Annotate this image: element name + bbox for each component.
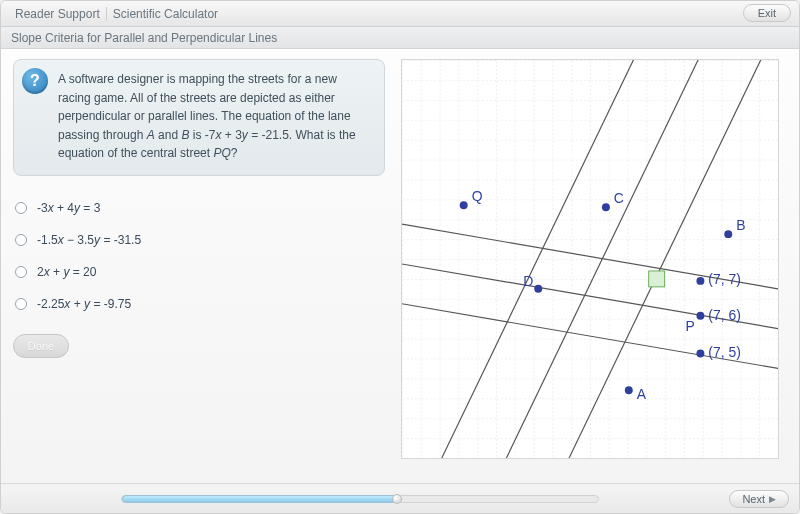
- scrollbar-thumb[interactable]: [122, 495, 398, 503]
- question-box: ? A software designer is mapping the str…: [13, 59, 385, 176]
- content-area: ? A software designer is mapping the str…: [1, 49, 799, 483]
- option-4[interactable]: -2.25x + y = -9.75: [13, 288, 385, 320]
- point-label-Q: Q: [472, 188, 483, 204]
- progress-scrollbar[interactable]: [121, 495, 599, 503]
- point-label-B: B: [736, 217, 745, 233]
- point-label-D: D: [523, 273, 533, 289]
- option-label: 2x + y = 20: [37, 265, 96, 279]
- var-PQ: PQ: [213, 146, 230, 160]
- titlebar: Reader Support Scientific Calculator Exi…: [1, 1, 799, 27]
- coord-7-5: (7, 5): [708, 344, 740, 360]
- chevron-right-icon: ▶: [769, 494, 776, 504]
- done-button[interactable]: Done: [13, 334, 69, 358]
- option-label: -1.5x − 3.5y = -31.5: [37, 233, 141, 247]
- svg-point-11: [534, 285, 542, 293]
- options-list: -3x + 4y = 3 -1.5x − 3.5y = -31.5 2x + y…: [13, 192, 385, 320]
- question-text: is -7: [189, 128, 215, 142]
- next-button[interactable]: Next ▶: [729, 490, 789, 508]
- svg-point-8: [460, 201, 468, 209]
- svg-point-14: [696, 350, 704, 358]
- scrollbar-knob-icon: [392, 494, 402, 504]
- footer: Next ▶: [1, 483, 799, 513]
- question-text: and: [155, 128, 182, 142]
- tab-reader-support[interactable]: Reader Support: [9, 7, 107, 21]
- svg-point-10: [724, 230, 732, 238]
- point-label-C: C: [614, 190, 624, 206]
- question-text: + 3: [221, 128, 241, 142]
- radio-icon[interactable]: [15, 202, 27, 214]
- coord-7-7: (7, 7): [708, 271, 740, 287]
- svg-rect-7: [649, 271, 665, 287]
- var-A: A: [147, 128, 155, 142]
- tab-scientific-calculator[interactable]: Scientific Calculator: [107, 7, 224, 21]
- question-text: ?: [231, 146, 238, 160]
- exit-button[interactable]: Exit: [743, 4, 791, 22]
- coordinate-graph: Q C B D P A (7, 7) (7, 6) (7, 5): [401, 59, 779, 459]
- option-2[interactable]: -1.5x − 3.5y = -31.5: [13, 224, 385, 256]
- point-label-A: A: [637, 386, 647, 402]
- option-1[interactable]: -3x + 4y = 3: [13, 192, 385, 224]
- svg-point-9: [602, 203, 610, 211]
- svg-rect-0: [402, 60, 778, 458]
- option-label: -2.25x + y = -9.75: [37, 297, 131, 311]
- right-column: Q C B D P A (7, 7) (7, 6) (7, 5): [393, 59, 787, 479]
- lesson-title: Slope Criteria for Parallel and Perpendi…: [1, 27, 799, 49]
- radio-icon[interactable]: [15, 298, 27, 310]
- radio-icon[interactable]: [15, 266, 27, 278]
- svg-point-13: [696, 312, 704, 320]
- option-3[interactable]: 2x + y = 20: [13, 256, 385, 288]
- radio-icon[interactable]: [15, 234, 27, 246]
- left-column: ? A software designer is mapping the str…: [13, 59, 385, 479]
- option-label: -3x + 4y = 3: [37, 201, 100, 215]
- point-label-P: P: [685, 318, 694, 334]
- coord-7-6: (7, 6): [708, 307, 740, 323]
- question-mark-icon: ?: [22, 68, 48, 94]
- svg-point-12: [696, 277, 704, 285]
- app-window: Reader Support Scientific Calculator Exi…: [0, 0, 800, 514]
- svg-point-15: [625, 386, 633, 394]
- next-label: Next: [742, 493, 765, 505]
